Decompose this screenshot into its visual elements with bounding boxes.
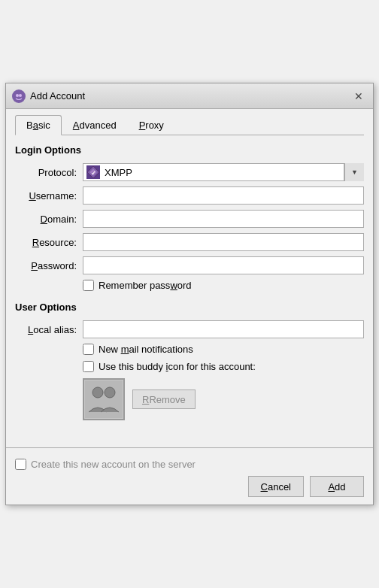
- footer-row: Create this new account on the server: [6, 456, 373, 470]
- new-mail-label[interactable]: New mail notifications: [99, 344, 193, 355]
- local-alias-label: Local alias:: [15, 324, 83, 335]
- tab-bar: Basic Advanced Proxy: [15, 115, 364, 135]
- server-checkbox-row: Create this new account on the server: [15, 459, 364, 470]
- buddy-icon-section: RRemove: [83, 378, 364, 420]
- buddy-icon-label[interactable]: Use this buddy icon for this account:: [99, 361, 256, 372]
- tab-advanced[interactable]: Advanced: [62, 115, 128, 135]
- domain-input[interactable]: [83, 210, 364, 228]
- local-alias-row: Local alias:: [15, 320, 364, 338]
- svg-text:✓: ✓: [91, 170, 96, 177]
- resource-label: Resource:: [15, 237, 83, 248]
- svg-point-1: [16, 94, 19, 97]
- cancel-button[interactable]: Cancel: [248, 476, 304, 497]
- dialog-body: Basic Advanced Proxy Login Options Proto…: [6, 109, 373, 440]
- remove-button[interactable]: RRemove: [132, 389, 196, 409]
- username-label: Username:: [15, 190, 83, 202]
- protocol-label: Protocol:: [15, 167, 83, 178]
- remember-password-label[interactable]: Remember password: [99, 280, 192, 291]
- svg-point-2: [19, 94, 22, 97]
- domain-row: Domain:: [15, 210, 364, 228]
- login-options-section: Login Options Protocol: ✓ XMPP: [15, 144, 364, 291]
- svg-point-7: [92, 387, 103, 398]
- user-options-section: User Options Local alias: New mail notif…: [15, 302, 364, 420]
- resource-row: Resource:: [15, 233, 364, 251]
- remember-password-checkbox[interactable]: [83, 280, 94, 291]
- buddy-icon-row: Use this buddy icon for this account:: [83, 361, 364, 372]
- svg-point-8: [105, 387, 115, 398]
- remove-button-text: Remove: [149, 394, 185, 405]
- protocol-row: Protocol: ✓ XMPP: [15, 163, 364, 181]
- divider: [6, 447, 373, 448]
- username-input[interactable]: [83, 186, 364, 205]
- local-alias-input[interactable]: [83, 320, 364, 338]
- buddy-icon-checkbox[interactable]: [83, 361, 94, 372]
- password-input[interactable]: [83, 256, 364, 274]
- xmpp-icon: ✓: [86, 165, 100, 179]
- username-row: Username:: [15, 186, 364, 205]
- server-checkbox[interactable]: [15, 459, 26, 470]
- tab-basic[interactable]: Basic: [15, 115, 62, 135]
- add-account-dialog: Add Account ✕ Basic Advanced Proxy Login…: [5, 83, 374, 505]
- password-label: Password:: [15, 260, 83, 271]
- window-title: Add Account: [30, 90, 350, 102]
- dialog-buttons: Cancel Add: [6, 470, 373, 505]
- new-mail-row: New mail notifications: [83, 344, 364, 355]
- server-checkbox-label[interactable]: Create this new account on the server: [31, 459, 196, 470]
- protocol-dropdown-arrow[interactable]: [344, 163, 364, 181]
- svg-rect-6: [85, 380, 123, 418]
- remember-password-row: Remember password: [83, 280, 364, 291]
- close-button[interactable]: ✕: [350, 88, 367, 105]
- add-text: dd: [335, 481, 345, 493]
- buddy-icon-svg: [85, 380, 123, 418]
- new-mail-checkbox[interactable]: [83, 344, 94, 355]
- protocol-value: XMPP: [105, 167, 341, 178]
- resource-input[interactable]: [83, 233, 364, 251]
- password-row: Password:: [15, 256, 364, 274]
- login-options-title: Login Options: [15, 144, 364, 156]
- tab-proxy[interactable]: Proxy: [128, 115, 175, 135]
- user-options-title: User Options: [15, 302, 364, 313]
- buddy-icon-preview: [83, 378, 125, 420]
- title-bar: Add Account ✕: [6, 83, 373, 109]
- cancel-text: ancel: [268, 481, 291, 493]
- protocol-select: ✓ XMPP: [83, 163, 364, 181]
- protocol-dropdown[interactable]: ✓ XMPP: [83, 163, 344, 181]
- app-icon: [12, 89, 26, 103]
- add-button[interactable]: Add: [310, 476, 364, 497]
- domain-label: Domain:: [15, 214, 83, 225]
